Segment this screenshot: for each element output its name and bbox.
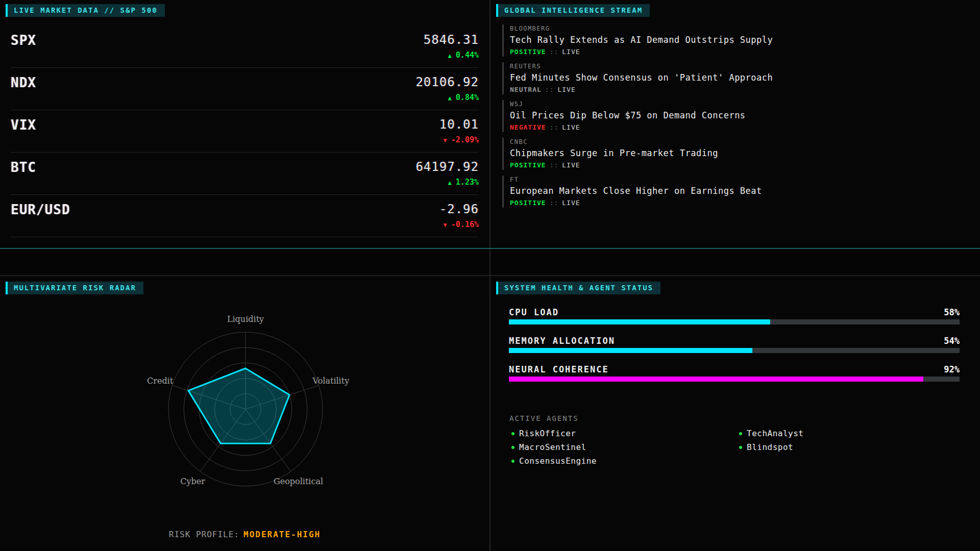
- metric-progress-fill: [509, 319, 770, 324]
- agents-column-2: TechAnalyst Blindspot: [739, 427, 803, 454]
- status-separator: ::: [545, 86, 554, 93]
- news-sentiment-badge: NEUTRAL: [510, 86, 542, 93]
- system-panel-title: SYSTEM HEALTH & AGENT STATUS: [504, 284, 653, 292]
- radar-axis-label: Liquidity: [227, 314, 264, 324]
- ticker-row: BTC 64197.92 ▲1.23%: [11, 153, 479, 195]
- news-source: BLOOMBERG: [510, 25, 965, 32]
- metric-label: CPU LOAD: [509, 307, 559, 317]
- agent-status-dot-icon: [511, 446, 514, 449]
- agent-status-dot-icon: [739, 446, 742, 449]
- agent-item: RiskOfficer: [511, 427, 597, 440]
- agent-status-dot-icon: [511, 460, 514, 463]
- status-separator: ::: [550, 199, 559, 207]
- radar-axis-label: Volatility: [312, 376, 350, 386]
- news-item[interactable]: WSJ Oil Prices Dip Below $75 on Demand C…: [502, 100, 965, 132]
- change-direction-icon: ▼: [444, 137, 447, 144]
- change-percent: 0.44%: [456, 51, 479, 60]
- news-sentiment-badge: POSITIVE: [510, 161, 546, 169]
- news-status-line: POSITIVE::LIVE: [510, 199, 965, 207]
- news-item[interactable]: REUTERS Fed Minutes Show Consensus on 'P…: [502, 62, 965, 94]
- status-separator: ::: [550, 48, 559, 56]
- news-headline: European Markets Close Higher on Earning…: [510, 186, 965, 196]
- ticker-quote: 5846.31 ▲0.44%: [424, 33, 479, 60]
- system-metric: CPU LOAD 58%: [509, 306, 960, 335]
- ticker-change: ▼-0.16%: [439, 220, 479, 229]
- news-headline: Tech Rally Extends as AI Demand Outstrip…: [510, 35, 965, 45]
- agent-status-dot-icon: [511, 432, 514, 435]
- news-status-line: NEUTRAL::LIVE: [510, 86, 965, 93]
- news-headline: Chipmakers Surge in Pre-market Trading: [510, 148, 965, 158]
- news-source: CNBC: [510, 138, 965, 145]
- ticker-quote: 10.01 ▼-2.09%: [439, 117, 479, 144]
- ticker-value: 64197.92: [415, 160, 479, 174]
- agent-status-dot-icon: [739, 432, 742, 435]
- live-badge: LIVE: [557, 86, 575, 93]
- ticker-value: 20106.92: [415, 75, 479, 89]
- metric-percent: 58%: [944, 307, 960, 317]
- ticker-row: VIX 10.01 ▼-2.09%: [11, 110, 479, 153]
- panel-risk-radar: MULTIVARIATE RISK RADAR LiquidityVolatil…: [0, 276, 489, 551]
- news-panel-title: GLOBAL INTELLIGENCE STREAM: [504, 6, 643, 14]
- ticker-quote: 20106.92 ▲0.84%: [415, 75, 479, 102]
- radar-axis-label: Cyber: [180, 477, 205, 486]
- ticker-change: ▲0.84%: [415, 93, 479, 102]
- panel-system-health: SYSTEM HEALTH & AGENT STATUS CPU LOAD 58…: [491, 276, 980, 551]
- radar-data-polygon: [188, 368, 289, 443]
- news-item[interactable]: CNBC Chipmakers Surge in Pre-market Trad…: [502, 138, 965, 170]
- change-percent: 1.23%: [456, 178, 479, 187]
- status-separator: ::: [550, 123, 559, 131]
- change-percent: -2.09%: [451, 135, 479, 144]
- news-list: BLOOMBERG Tech Rally Extends as AI Deman…: [502, 24, 965, 213]
- ticker-quote: -2.96 ▼-0.16%: [439, 202, 479, 229]
- live-badge: LIVE: [562, 48, 580, 56]
- system-metric: NEURAL COHERENCE 92%: [509, 363, 960, 392]
- news-sentiment-badge: POSITIVE: [510, 199, 546, 207]
- ticker-change: ▲1.23%: [415, 178, 479, 187]
- metric-percent: 54%: [944, 336, 960, 346]
- radar-axis-label: Credit: [147, 376, 174, 386]
- news-item[interactable]: FT European Markets Close Higher on Earn…: [502, 176, 965, 208]
- agent-item: ConsensusEngine: [511, 454, 597, 468]
- agent-name: ConsensusEngine: [519, 456, 597, 466]
- agent-name: MacroSentinel: [519, 442, 586, 452]
- risk-profile-label: RISK PROFILE:: [169, 530, 239, 539]
- status-separator: ::: [550, 161, 559, 169]
- risk-radar-chart: LiquidityVolatilityGeopoliticalCyberCred…: [0, 276, 489, 551]
- change-percent: -0.16%: [451, 220, 479, 229]
- news-panel-title-chip: GLOBAL INTELLIGENCE STREAM: [496, 4, 650, 17]
- system-metric: MEMORY ALLOCATION 54%: [509, 335, 960, 363]
- change-direction-icon: ▲: [448, 94, 452, 102]
- ticker-row: EUR/USD -2.96 ▼-0.16%: [11, 195, 479, 237]
- ticker-symbol: EUR/USD: [11, 202, 70, 217]
- ticker-value: 5846.31: [424, 33, 479, 47]
- horizontal-divider-accent: [0, 248, 980, 249]
- metric-progress-fill: [509, 348, 752, 353]
- ticker-value: 10.01: [439, 117, 479, 132]
- horizontal-divider: [0, 275, 980, 276]
- news-status-line: POSITIVE::LIVE: [510, 161, 965, 169]
- ticker-row: NDX 20106.92 ▲0.84%: [11, 68, 479, 110]
- agents-column-1: RiskOfficer MacroSentinel ConsensusEngin…: [511, 427, 597, 468]
- news-item[interactable]: BLOOMBERG Tech Rally Extends as AI Deman…: [502, 24, 965, 57]
- market-panel-title: LIVE MARKET DATA // S&P 500: [14, 6, 158, 14]
- metric-label: NEURAL COHERENCE: [509, 364, 609, 374]
- risk-profile-value: MODERATE-HIGH: [243, 530, 321, 539]
- news-sentiment-badge: POSITIVE: [510, 48, 546, 56]
- market-panel-title-chip: LIVE MARKET DATA // S&P 500: [6, 4, 165, 17]
- agent-item: MacroSentinel: [511, 440, 597, 454]
- ticker-change: ▼-2.09%: [439, 135, 479, 144]
- agent-name: RiskOfficer: [519, 429, 576, 438]
- news-headline: Fed Minutes Show Consensus on 'Patient' …: [510, 72, 965, 83]
- metric-label: MEMORY ALLOCATION: [509, 336, 615, 346]
- news-sentiment-badge: NEGATIVE: [510, 123, 546, 131]
- metric-progress-track: [509, 348, 960, 353]
- change-direction-icon: ▼: [444, 221, 447, 229]
- agent-item: TechAnalyst: [739, 427, 803, 440]
- panel-live-market-data: LIVE MARKET DATA // S&P 500 SPX 5846.31 …: [0, 0, 489, 248]
- system-panel-title-chip: SYSTEM HEALTH & AGENT STATUS: [496, 282, 660, 294]
- ticker-list: SPX 5846.31 ▲0.44% NDX 20106.92 ▲0.84% V…: [11, 26, 479, 237]
- change-direction-icon: ▲: [448, 179, 452, 186]
- change-direction-icon: ▲: [448, 52, 452, 59]
- system-metrics: CPU LOAD 58% MEMORY ALLOCATION 54% NEURA…: [509, 306, 960, 392]
- agent-name: Blindspot: [747, 442, 793, 452]
